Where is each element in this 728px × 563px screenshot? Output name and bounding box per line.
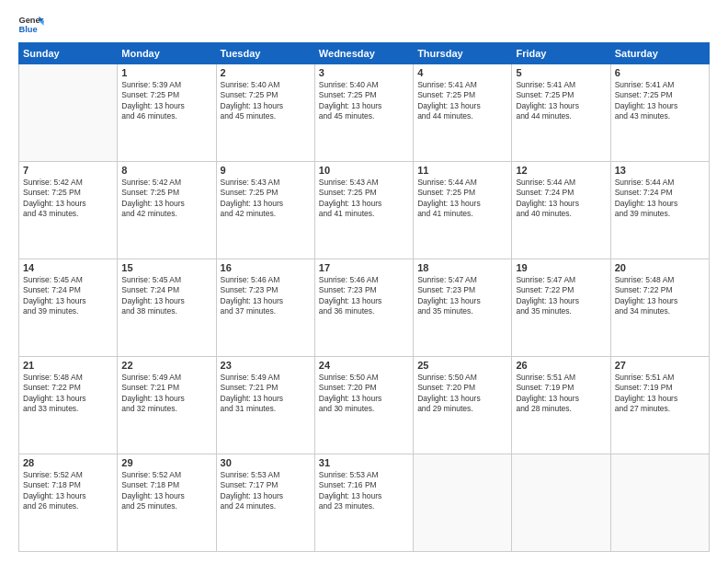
cell-content: Sunrise: 5:49 AM Sunset: 7:21 PM Dayligh… [221,373,311,415]
day-number: 26 [516,360,606,371]
cell-content: Sunrise: 5:52 AM Sunset: 7:18 PM Dayligh… [121,470,211,512]
calendar-cell: 22Sunrise: 5:49 AM Sunset: 7:21 PM Dayli… [118,357,216,454]
cell-content: Sunrise: 5:40 AM Sunset: 7:25 PM Dayligh… [319,80,409,122]
day-number: 14 [23,262,113,273]
calendar-cell: 23Sunrise: 5:49 AM Sunset: 7:21 PM Dayli… [216,357,314,454]
calendar-cell: 25Sunrise: 5:50 AM Sunset: 7:20 PM Dayli… [414,357,512,454]
calendar-cell: 18Sunrise: 5:47 AM Sunset: 7:23 PM Dayli… [414,259,512,357]
header: General Blue [18,15,710,35]
calendar-day-header: Sunday [19,43,118,64]
calendar-day-header: Friday [512,43,610,64]
cell-content: Sunrise: 5:50 AM Sunset: 7:20 PM Dayligh… [319,373,409,415]
cell-content: Sunrise: 5:46 AM Sunset: 7:23 PM Dayligh… [221,275,311,317]
calendar-cell: 13Sunrise: 5:44 AM Sunset: 7:24 PM Dayli… [610,162,709,259]
logo-icon: General Blue [18,15,44,35]
calendar-cell: 17Sunrise: 5:46 AM Sunset: 7:23 PM Dayli… [314,259,413,357]
day-number: 4 [417,67,507,78]
day-number: 22 [121,360,211,371]
calendar-cell: 1Sunrise: 5:39 AM Sunset: 7:25 PM Daylig… [118,64,216,162]
calendar-week-row: 28Sunrise: 5:52 AM Sunset: 7:18 PM Dayli… [19,454,710,552]
calendar-table: SundayMondayTuesdayWednesdayThursdayFrid… [18,42,710,552]
day-number: 5 [516,67,606,78]
cell-content: Sunrise: 5:39 AM Sunset: 7:25 PM Dayligh… [121,80,211,122]
cell-content: Sunrise: 5:45 AM Sunset: 7:24 PM Dayligh… [23,275,113,317]
cell-content: Sunrise: 5:51 AM Sunset: 7:19 PM Dayligh… [516,373,606,415]
cell-content: Sunrise: 5:44 AM Sunset: 7:25 PM Dayligh… [417,178,507,220]
calendar-cell: 6Sunrise: 5:41 AM Sunset: 7:25 PM Daylig… [610,64,709,162]
day-number: 17 [319,262,409,273]
cell-content: Sunrise: 5:47 AM Sunset: 7:23 PM Dayligh… [417,275,507,317]
day-number: 23 [221,360,311,371]
day-number: 21 [23,360,113,371]
calendar-cell: 16Sunrise: 5:46 AM Sunset: 7:23 PM Dayli… [216,259,314,357]
cell-content: Sunrise: 5:42 AM Sunset: 7:25 PM Dayligh… [23,178,113,220]
calendar-cell: 14Sunrise: 5:45 AM Sunset: 7:24 PM Dayli… [19,259,118,357]
cell-content: Sunrise: 5:47 AM Sunset: 7:22 PM Dayligh… [516,275,606,317]
day-number: 9 [221,165,311,176]
calendar-day-header: Thursday [414,43,512,64]
calendar-cell: 31Sunrise: 5:53 AM Sunset: 7:16 PM Dayli… [314,454,413,552]
calendar-cell [610,454,709,552]
cell-content: Sunrise: 5:48 AM Sunset: 7:22 PM Dayligh… [23,373,113,415]
calendar-cell: 27Sunrise: 5:51 AM Sunset: 7:19 PM Dayli… [610,357,709,454]
cell-content: Sunrise: 5:43 AM Sunset: 7:25 PM Dayligh… [319,178,409,220]
day-number: 20 [615,262,705,273]
calendar-day-header: Wednesday [314,43,413,64]
day-number: 10 [319,165,409,176]
calendar-cell: 7Sunrise: 5:42 AM Sunset: 7:25 PM Daylig… [19,162,118,259]
cell-content: Sunrise: 5:43 AM Sunset: 7:25 PM Dayligh… [221,178,311,220]
calendar-cell: 4Sunrise: 5:41 AM Sunset: 7:25 PM Daylig… [414,64,512,162]
calendar-cell [19,64,118,162]
day-number: 8 [121,165,211,176]
day-number: 25 [417,360,507,371]
day-number: 30 [221,457,311,468]
day-number: 31 [319,457,409,468]
day-number: 28 [23,457,113,468]
calendar-day-header: Monday [118,43,216,64]
logo: General Blue [18,15,44,35]
day-number: 19 [516,262,606,273]
calendar-cell: 9Sunrise: 5:43 AM Sunset: 7:25 PM Daylig… [216,162,314,259]
calendar-cell: 24Sunrise: 5:50 AM Sunset: 7:20 PM Dayli… [314,357,413,454]
calendar-cell: 20Sunrise: 5:48 AM Sunset: 7:22 PM Dayli… [610,259,709,357]
day-number: 18 [417,262,507,273]
cell-content: Sunrise: 5:44 AM Sunset: 7:24 PM Dayligh… [516,178,606,220]
calendar-week-row: 14Sunrise: 5:45 AM Sunset: 7:24 PM Dayli… [19,259,710,357]
day-number: 2 [221,67,311,78]
cell-content: Sunrise: 5:41 AM Sunset: 7:25 PM Dayligh… [516,80,606,122]
cell-content: Sunrise: 5:40 AM Sunset: 7:25 PM Dayligh… [221,80,311,122]
day-number: 15 [121,262,211,273]
svg-text:Blue: Blue [18,25,37,34]
cell-content: Sunrise: 5:45 AM Sunset: 7:24 PM Dayligh… [121,275,211,317]
calendar-cell [414,454,512,552]
calendar-cell: 26Sunrise: 5:51 AM Sunset: 7:19 PM Dayli… [512,357,610,454]
day-number: 29 [121,457,211,468]
day-number: 7 [23,165,113,176]
day-number: 27 [615,360,705,371]
cell-content: Sunrise: 5:42 AM Sunset: 7:25 PM Dayligh… [121,178,211,220]
calendar-cell: 29Sunrise: 5:52 AM Sunset: 7:18 PM Dayli… [118,454,216,552]
cell-content: Sunrise: 5:48 AM Sunset: 7:22 PM Dayligh… [615,275,705,317]
calendar-cell: 3Sunrise: 5:40 AM Sunset: 7:25 PM Daylig… [314,64,413,162]
calendar-cell: 12Sunrise: 5:44 AM Sunset: 7:24 PM Dayli… [512,162,610,259]
day-number: 3 [319,67,409,78]
cell-content: Sunrise: 5:41 AM Sunset: 7:25 PM Dayligh… [417,80,507,122]
calendar-cell: 28Sunrise: 5:52 AM Sunset: 7:18 PM Dayli… [19,454,118,552]
day-number: 11 [417,165,507,176]
calendar-day-header: Saturday [610,43,709,64]
cell-content: Sunrise: 5:52 AM Sunset: 7:18 PM Dayligh… [23,470,113,512]
cell-content: Sunrise: 5:50 AM Sunset: 7:20 PM Dayligh… [417,373,507,415]
calendar-cell: 5Sunrise: 5:41 AM Sunset: 7:25 PM Daylig… [512,64,610,162]
calendar-cell: 15Sunrise: 5:45 AM Sunset: 7:24 PM Dayli… [118,259,216,357]
calendar-day-header: Tuesday [216,43,314,64]
cell-content: Sunrise: 5:41 AM Sunset: 7:25 PM Dayligh… [615,80,705,122]
calendar-cell: 21Sunrise: 5:48 AM Sunset: 7:22 PM Dayli… [19,357,118,454]
day-number: 12 [516,165,606,176]
cell-content: Sunrise: 5:51 AM Sunset: 7:19 PM Dayligh… [615,373,705,415]
calendar-cell: 10Sunrise: 5:43 AM Sunset: 7:25 PM Dayli… [314,162,413,259]
cell-content: Sunrise: 5:44 AM Sunset: 7:24 PM Dayligh… [615,178,705,220]
calendar-cell: 8Sunrise: 5:42 AM Sunset: 7:25 PM Daylig… [118,162,216,259]
day-number: 1 [121,67,211,78]
day-number: 13 [615,165,705,176]
calendar-header-row: SundayMondayTuesdayWednesdayThursdayFrid… [19,43,710,64]
